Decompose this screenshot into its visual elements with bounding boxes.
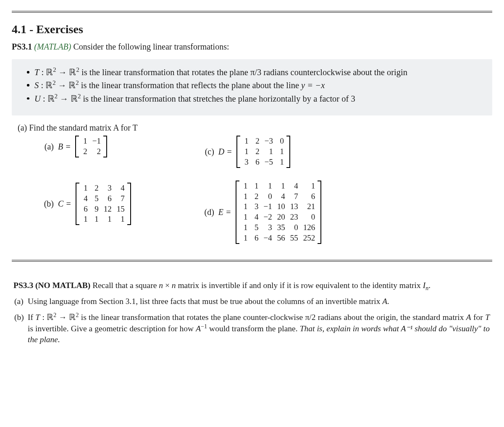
ps33-intro: PS3.3 (NO MATLAB) Recall that a square n…	[13, 280, 490, 291]
item-c: (c) D = 12−30 1211 36−51	[197, 136, 321, 168]
def-item-u: U : ℝ2 → ℝ2 is the linear transformation…	[34, 93, 480, 105]
ps31-id: PS3.1	[12, 42, 32, 51]
matrix-answers: (a) B = 1 −1 2 2 (b) C = 1234 4567	[37, 136, 492, 244]
item-c-label: (c)	[197, 147, 214, 157]
matrix-d: 12−30 1211 36−51	[236, 136, 290, 168]
ps33-tag: (NO MATLAB)	[35, 281, 90, 290]
def-item-s: S : ℝ2 → ℝ2 is the linear transformation…	[34, 80, 480, 91]
ps31-prompt: Consider the following linear transforma…	[73, 42, 229, 51]
ps33-block: PS3.3 (NO MATLAB) Recall that a square n…	[12, 280, 492, 346]
item-b: (b) C = 1234 4567 691215 1111	[37, 183, 131, 225]
ps33-item-b: (b) If T : ℝ2 → ℝ2 is the linear transfo…	[28, 312, 490, 345]
ps33-item-a: (a) Using language from Section 3.1, lis…	[28, 296, 490, 307]
mid-rule	[12, 260, 492, 262]
matrix-b: 1 −1 2 2	[75, 136, 107, 157]
item-b-label: (b)	[37, 199, 54, 209]
item-a-label: (a)	[37, 142, 54, 152]
ps31-header: PS3.1 (MATLAB) Consider the following li…	[12, 42, 492, 52]
section-title: 4.1 - Exercises	[12, 23, 492, 36]
left-column: (a) B = 1 −1 2 2 (b) C = 1234 4567	[37, 136, 131, 225]
item-d: (d) E = 111141 120476 13−1101321 14−2202…	[197, 181, 321, 244]
matrix-c: 1234 4567 691215 1111	[76, 183, 131, 225]
transform-definitions: T : ℝ2 → ℝ2 is the linear transformation…	[12, 59, 492, 115]
ps33-id: PS3.3	[13, 281, 33, 290]
right-column: (c) D = 12−30 1211 36−51 (d) E = 111141 …	[197, 136, 321, 244]
truncated-line: (a) Find the standard matrix A for T	[18, 123, 492, 133]
item-d-label: (d)	[197, 207, 214, 217]
item-a: (a) B = 1 −1 2 2	[37, 136, 131, 157]
matrix-e: 111141 120476 13−1101321 14−220230 15335…	[236, 181, 322, 244]
ps31-tag: (MATLAB)	[34, 42, 71, 51]
def-item-t: T : ℝ2 → ℝ2 is the linear transformation…	[34, 67, 480, 78]
top-rule	[12, 11, 492, 13]
